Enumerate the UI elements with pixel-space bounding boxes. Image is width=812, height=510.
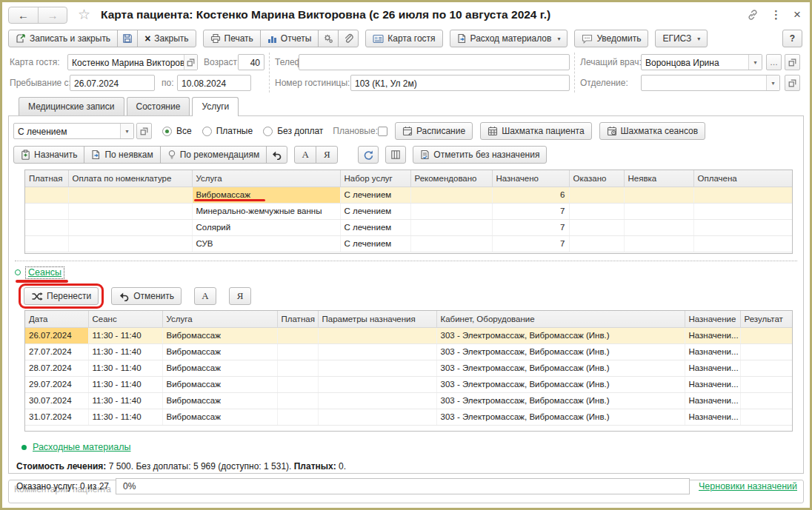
chevron-down-icon[interactable]: ▾ [748, 55, 762, 70]
col-recommended[interactable]: Рекомендовано [410, 170, 492, 187]
columns-settings-button[interactable] [385, 146, 406, 164]
doctor-more-button[interactable]: … [766, 54, 782, 70]
col-assigned[interactable]: Назначено [492, 170, 569, 187]
materials-group: Расходные материалы [21, 441, 800, 453]
notify-button[interactable]: Уведомить [574, 30, 648, 47]
mark-without-assignment-button[interactable]: Отметить без назначения [413, 146, 547, 164]
col-paid[interactable]: Платная [25, 170, 68, 187]
tab-condition[interactable]: Состояние [127, 97, 190, 115]
close-button[interactable]: × Закрыть [137, 30, 196, 47]
table-row[interactable]: 30.07.2024 11:30 - 11:40 Вибромассаж 303… [25, 392, 793, 409]
table-row[interactable]: 31.07.2024 11:30 - 11:40 Вибромассаж 303… [25, 409, 793, 425]
reports-label: Отчеты [281, 33, 311, 44]
open-icon[interactable] [785, 75, 800, 91]
col-cabinet-equipment[interactable]: Кабинет, Оборудование [436, 311, 685, 327]
department-field[interactable]: ▾ [641, 75, 780, 91]
schedule-button[interactable]: Расписание [395, 122, 473, 140]
sessions-sort-ya-button[interactable]: Я [229, 287, 251, 305]
col-result[interactable]: Результат [740, 311, 793, 327]
back-button[interactable]: ← [9, 7, 38, 23]
attachments-button[interactable] [338, 30, 359, 47]
radio-no-surcharge[interactable]: Без доплат [263, 126, 323, 136]
table-row[interactable]: СУВ С лечением 7 [25, 235, 793, 252]
more-menu-icon[interactable]: ⋮ [771, 8, 782, 21]
undo-button[interactable] [266, 146, 287, 164]
guest-card-button[interactable]: Карта гостя [365, 30, 442, 47]
planned-checkbox[interactable] [378, 127, 387, 136]
col-assignment[interactable]: Назначение [685, 311, 740, 327]
room-value: 103 (К1, Ул 2м) [351, 76, 569, 90]
close-label: Закрыть [154, 33, 188, 44]
forward-icon: → [47, 9, 59, 21]
col-session[interactable]: Сеанс [88, 311, 162, 327]
col-paid-status[interactable]: Оплачена [693, 170, 793, 187]
phone-field[interactable] [299, 54, 570, 70]
open-icon[interactable] [184, 55, 197, 70]
col-service-set[interactable]: Набор услуг [340, 170, 410, 187]
col-noshow[interactable]: Неявка [624, 170, 693, 187]
chevron-down-icon[interactable]: ▾ [120, 124, 133, 138]
patient-grid-button[interactable]: Шахматка пациента [480, 122, 591, 140]
reports-button[interactable]: Отчеты [260, 30, 319, 47]
cancel-session-button[interactable]: Отменить [111, 287, 182, 305]
field-separator [574, 53, 575, 93]
table-row[interactable]: Вибромассаж С лечением 6 [25, 187, 793, 203]
open-icon[interactable] [785, 54, 800, 70]
help-button[interactable]: ? [782, 30, 802, 47]
sessions-sort-a-button[interactable]: А [194, 287, 216, 305]
transfer-button[interactable]: Перенести [24, 287, 99, 305]
drafts-link[interactable]: Черновики назначений [699, 481, 797, 491]
link-icon[interactable] [747, 9, 759, 21]
table-row[interactable]: 26.07.2024 11:30 - 11:40 Вибромассаж 303… [25, 327, 793, 343]
doctor-field[interactable]: Воронцова Ирина ▾ [641, 54, 762, 70]
transfer-label: Перенести [47, 291, 91, 301]
table-row[interactable]: 27.07.2024 11:30 - 11:40 Вибромассаж 303… [25, 343, 793, 360]
radio-paid-label: Платные [216, 126, 253, 136]
favorite-star-icon[interactable]: ☆ [78, 7, 90, 22]
stay-to-field[interactable]: 10.08.2024 [177, 75, 251, 91]
radio-paid[interactable]: Платные [202, 126, 253, 136]
print-button[interactable]: Печать [203, 30, 261, 47]
forward-button[interactable]: → [38, 7, 67, 23]
tab-services[interactable]: Услуги [192, 97, 239, 116]
back-icon: ← [18, 9, 29, 21]
structure-button[interactable] [318, 30, 339, 47]
table-row[interactable]: 29.07.2024 11:30 - 11:40 Вибромассаж 303… [25, 376, 793, 392]
col-service[interactable]: Услуга [162, 311, 277, 327]
table-row[interactable]: 28.07.2024 11:30 - 11:40 Вибромассаж 303… [25, 360, 793, 376]
service-set-combo[interactable]: С лечением ▾ [13, 123, 134, 139]
egisz-button[interactable]: ЕГИСЗ ▾ [655, 30, 708, 47]
open-icon[interactable] [136, 123, 152, 139]
materials-link[interactable]: Расходные материалы [33, 442, 131, 452]
sort-ya-button[interactable]: Я [316, 146, 338, 164]
col-assignment-params[interactable]: Параметры назначения [318, 311, 436, 327]
table-row[interactable]: Минерально-жемчужные ванны С лечением 7 [25, 203, 793, 219]
guest-card-label: Карта гостя [387, 33, 435, 44]
age-field-label: Возраст: [204, 54, 239, 70]
col-payment-nomenclature[interactable]: Оплата по номенклатуре [68, 170, 192, 187]
stay-to-value: 10.08.2024 [178, 76, 250, 90]
stay-from-field[interactable]: 26.07.2024 [70, 75, 155, 91]
radio-all[interactable]: Все [162, 126, 192, 136]
sessions-group-link[interactable]: Сеансы [26, 267, 64, 278]
refresh-button[interactable] [358, 146, 379, 164]
col-date[interactable]: Дата [25, 311, 88, 327]
col-paid[interactable]: Платная [277, 311, 318, 327]
tab-medical-records[interactable]: Медицинские записи [19, 97, 124, 115]
guest-card-field[interactable]: Костенко Марина Викторовна [67, 54, 198, 70]
save-button[interactable] [117, 30, 138, 47]
table-row[interactable]: Солярий С лечением 7 [25, 219, 793, 235]
col-provided[interactable]: Оказано [569, 170, 624, 187]
col-service[interactable]: Услуга [192, 170, 340, 187]
age-field[interactable]: 40 [238, 54, 264, 70]
sort-a-button[interactable]: А [294, 146, 316, 164]
save-and-close-button[interactable]: Записать и закрыть [8, 30, 118, 47]
chevron-down-icon[interactable]: ▾ [766, 76, 779, 90]
materials-expense-button[interactable]: Расход материалов ▾ [450, 30, 568, 47]
by-recommendations-button[interactable]: По рекомендациям [160, 146, 267, 164]
room-field[interactable]: 103 (К1, Ул 2м) [350, 75, 570, 91]
by-noshow-button[interactable]: По неявкам [84, 146, 160, 164]
close-window-icon[interactable]: × [793, 7, 801, 22]
assign-button[interactable]: Назначить [13, 146, 84, 164]
sessions-grid-button[interactable]: Шахматка сеансов [599, 122, 706, 140]
